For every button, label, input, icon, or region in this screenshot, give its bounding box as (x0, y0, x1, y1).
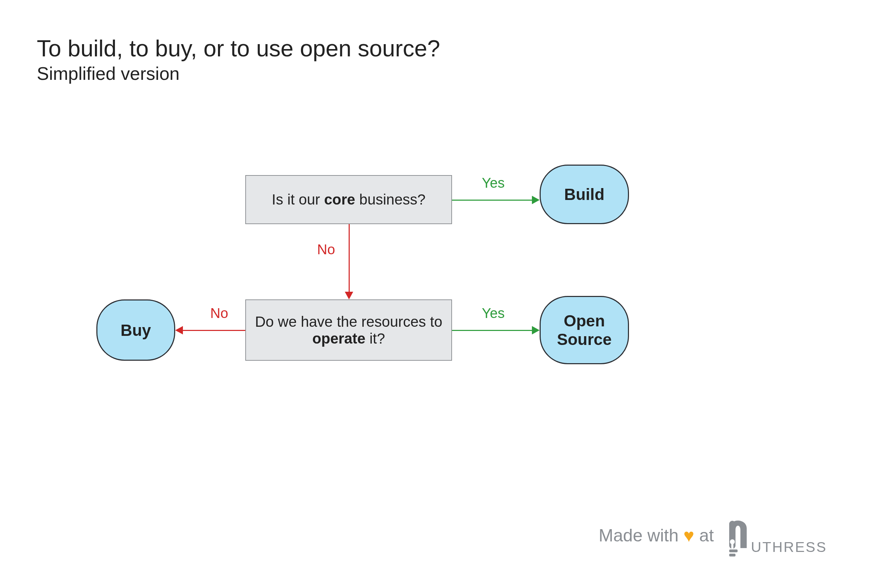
decision-text: Do we have the resources to operate it? (254, 313, 443, 347)
heart-icon: ♥ (684, 526, 694, 545)
arrowhead-icon (532, 326, 540, 335)
footer-at: at (699, 525, 714, 546)
terminal-label: Build (564, 185, 604, 204)
authress-logo-icon (722, 514, 752, 557)
edge-q2-no (182, 330, 245, 331)
terminal-build: Build (540, 164, 629, 224)
edge-label-yes: Yes (482, 305, 504, 321)
edge-q2-yes (452, 330, 532, 331)
edge-label-no: No (210, 305, 228, 321)
arrowhead-icon (175, 326, 183, 335)
arrowhead-icon (532, 196, 540, 204)
svg-rect-3 (729, 549, 738, 552)
edge-label-no: No (317, 241, 335, 258)
brand-logo: uthress (722, 514, 827, 557)
header: To build, to buy, or to use open source?… (37, 35, 440, 84)
decision-operate-resources: Do we have the resources to operate it? (245, 299, 452, 361)
decision-core-business: Is it our core business? (245, 175, 452, 224)
edge-q1-yes (452, 200, 532, 201)
terminal-buy: Buy (96, 299, 175, 361)
terminal-label: Open Source (544, 312, 624, 349)
edge-label-yes: Yes (482, 175, 504, 191)
page-subtitle: Simplified version (37, 63, 440, 84)
svg-rect-4 (729, 554, 736, 557)
svg-rect-2 (731, 542, 733, 549)
terminal-open-source: Open Source (540, 296, 629, 364)
page-title: To build, to buy, or to use open source? (37, 35, 440, 62)
footer-made-with: Made with (599, 525, 679, 546)
brand-name: uthress (751, 533, 827, 557)
decision-text: Is it our core business? (272, 191, 426, 208)
arrowhead-icon (345, 292, 353, 299)
footer-attribution: Made with ♥ at uthress (599, 514, 827, 557)
edge-q1-no (348, 224, 350, 292)
terminal-label: Buy (120, 321, 151, 340)
